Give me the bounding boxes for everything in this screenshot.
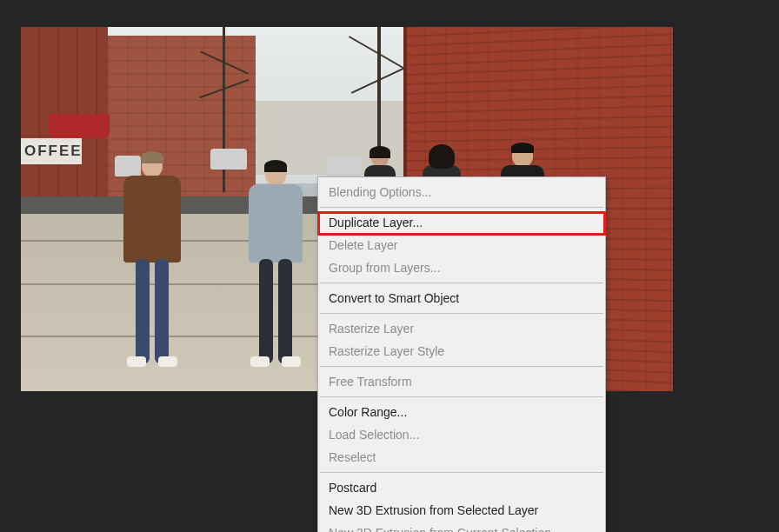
menu-item-new-3d-extrusion-selected[interactable]: New 3D Extrusion from Selected Layer: [318, 499, 605, 522]
menu-separator: [320, 313, 603, 314]
menu-item-delete-layer[interactable]: Delete Layer: [318, 234, 605, 256]
menu-separator: [320, 472, 603, 473]
menu-item-duplicate-layer[interactable]: Duplicate Layer...: [318, 211, 605, 234]
menu-item-free-transform[interactable]: Free Transform: [318, 370, 605, 393]
car: [210, 149, 247, 170]
layer-context-menu[interactable]: Blending Options... Duplicate Layer... D…: [317, 176, 606, 532]
person: [123, 153, 181, 367]
menu-item-convert-smart-object[interactable]: Convert to Smart Object: [318, 287, 605, 309]
menu-separator: [320, 366, 603, 367]
car: [327, 156, 362, 176]
menu-item-reselect[interactable]: Reselect: [318, 446, 605, 469]
coffee-sign: OFFEE: [21, 138, 82, 164]
person: [249, 162, 303, 367]
menu-separator: [320, 283, 603, 283]
menu-separator: [320, 396, 603, 397]
menu-item-rasterize-layer[interactable]: Rasterize Layer: [318, 317, 605, 340]
menu-item-postcard[interactable]: Postcard: [318, 476, 605, 499]
menu-item-load-selection[interactable]: Load Selection...: [318, 423, 605, 446]
menu-item-color-range[interactable]: Color Range...: [318, 401, 605, 423]
menu-item-group-from-layers[interactable]: Group from Layers...: [318, 256, 605, 279]
menu-item-blending-options[interactable]: Blending Options...: [318, 181, 605, 203]
menu-item-new-3d-extrusion-current[interactable]: New 3D Extrusion from Current Selection: [318, 522, 605, 532]
menu-separator: [320, 207, 603, 208]
awning: [49, 114, 110, 138]
menu-item-rasterize-layer-style[interactable]: Rasterize Layer Style: [318, 340, 605, 362]
